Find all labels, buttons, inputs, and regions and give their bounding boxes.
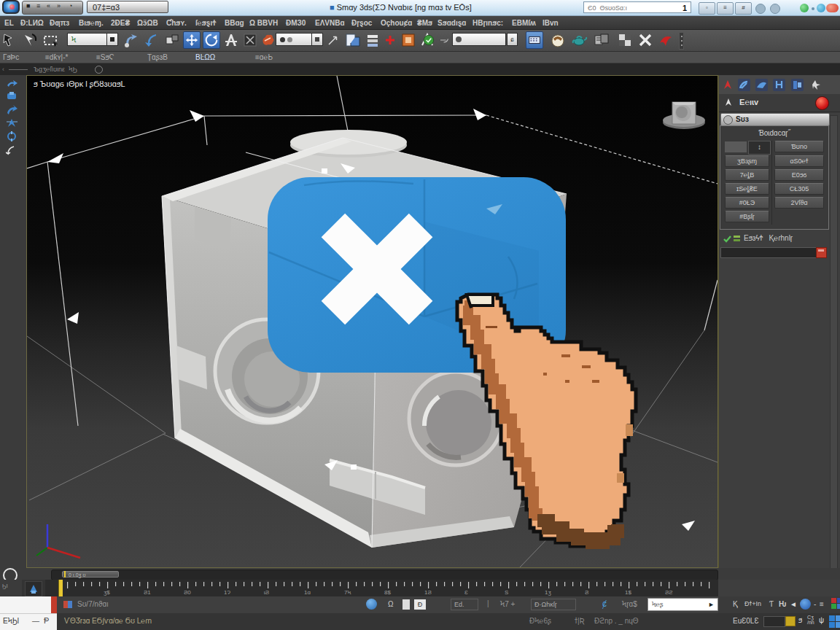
- svg-text:Ϩϩ: Ϩϩ: [665, 589, 673, 596]
- svg-text:Ѕ: Ѕ: [505, 589, 508, 596]
- svg-text:1Ϩ: 1Ϩ: [424, 589, 432, 596]
- svg-text:ϧ Ъʊɑgϭ ıΘpĸ l ʂϬȣɜʊɑϧL: ϧ Ъʊɑgϭ ıΘpĸ l ʂϬȣɜʊɑϧL: [34, 79, 125, 88]
- svg-text:Ϩ: Ϩ: [585, 589, 589, 596]
- svg-text:7Ϟ: 7Ϟ: [344, 589, 351, 596]
- svg-text:ӡ$: ӡ$: [104, 589, 110, 596]
- svg-text:8$: 8$: [384, 589, 391, 596]
- svg-text:1ɑ: 1ɑ: [304, 589, 311, 596]
- svg-text:ɩϨ: ɩϨ: [264, 589, 270, 596]
- svg-text:Ϩ1: Ϩ1: [144, 589, 151, 596]
- svg-text:1Ɂ: 1Ɂ: [224, 589, 230, 596]
- svg-text:Ϩ0: Ϩ0: [184, 589, 191, 596]
- svg-text:Ɛ: Ɛ: [464, 589, 468, 596]
- svg-text:1ӡ: 1ӡ: [545, 589, 551, 596]
- svg-text:1$: 1$: [625, 589, 631, 596]
